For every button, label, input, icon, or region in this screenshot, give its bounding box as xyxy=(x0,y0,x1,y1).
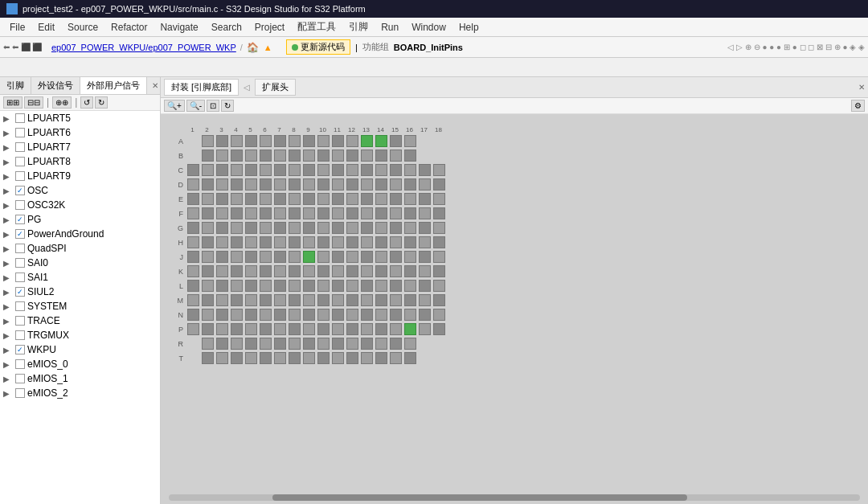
chip-pin[interactable] xyxy=(289,236,301,248)
chip-pin[interactable] xyxy=(289,222,301,234)
tree-checkbox[interactable] xyxy=(15,229,25,239)
chip-pin[interactable] xyxy=(317,193,330,205)
chip-pin[interactable] xyxy=(303,207,315,219)
chip-pin[interactable] xyxy=(346,135,358,147)
chip-pin[interactable] xyxy=(260,135,272,147)
chip-pin[interactable] xyxy=(361,309,373,321)
chip-pin[interactable] xyxy=(419,352,431,364)
chip-pin[interactable] xyxy=(202,207,214,219)
chip-pin[interactable] xyxy=(289,150,301,162)
chip-pin[interactable] xyxy=(346,150,358,162)
chip-pin[interactable] xyxy=(419,178,431,191)
chip-pin[interactable] xyxy=(260,265,272,277)
chip-pin[interactable] xyxy=(245,323,257,335)
chip-pin[interactable] xyxy=(346,251,358,263)
menu-window[interactable]: Window xyxy=(405,20,452,35)
chip-pin[interactable] xyxy=(303,178,315,191)
tree-checkbox[interactable] xyxy=(15,200,25,210)
chip-pin[interactable] xyxy=(332,280,344,292)
chip-pin[interactable] xyxy=(346,164,358,176)
chip-pin[interactable] xyxy=(361,265,373,277)
chip-pin[interactable] xyxy=(317,236,330,248)
collapse-all-btn[interactable]: ⊟⊟ xyxy=(24,96,43,109)
chip-pin[interactable] xyxy=(260,207,272,219)
chip-pin[interactable] xyxy=(289,323,301,335)
chip-pin[interactable] xyxy=(390,150,402,162)
tree-checkbox[interactable] xyxy=(15,186,25,195)
chip-pin[interactable] xyxy=(289,251,301,263)
tree-item[interactable]: ▶LPUART8 xyxy=(0,154,160,169)
fit-btn[interactable]: ⊡ xyxy=(207,100,219,112)
chip-pin[interactable] xyxy=(433,294,445,306)
chip-pin[interactable] xyxy=(274,251,286,263)
tree-item[interactable]: ▶SIUL2 xyxy=(0,285,160,299)
chip-pin[interactable] xyxy=(187,251,199,263)
chip-pin[interactable] xyxy=(433,135,445,147)
chip-pin[interactable] xyxy=(187,178,199,191)
tree-item[interactable]: ▶LPUART7 xyxy=(0,140,160,154)
chip-pin[interactable] xyxy=(187,207,199,219)
chip-pin[interactable] xyxy=(404,280,416,292)
tree-item[interactable]: ▶OSC32K xyxy=(0,198,160,212)
chip-pin[interactable] xyxy=(231,150,243,162)
chip-pin[interactable] xyxy=(433,338,445,350)
tree-checkbox[interactable] xyxy=(15,113,25,123)
chip-pin[interactable] xyxy=(202,135,214,147)
chip-pin[interactable] xyxy=(419,164,431,176)
chip-pin[interactable] xyxy=(390,294,402,306)
chip-pin[interactable] xyxy=(390,236,402,248)
chip-pin[interactable] xyxy=(419,251,431,263)
chip-pin[interactable] xyxy=(245,178,257,191)
chip-settings-btn[interactable]: ⚙ xyxy=(851,100,865,112)
lpanel-tab-peripheral[interactable]: 外设信号 xyxy=(31,77,80,94)
chip-pin[interactable] xyxy=(419,222,431,234)
chip-pin[interactable] xyxy=(419,294,431,306)
update-source-btn[interactable]: 更新源代码 xyxy=(286,39,350,55)
chip-pin[interactable] xyxy=(317,222,330,234)
chip-pin[interactable] xyxy=(289,265,301,277)
chip-pin[interactable] xyxy=(433,323,445,335)
chip-pin[interactable] xyxy=(317,207,330,219)
chip-pin[interactable] xyxy=(332,164,344,176)
chip-pin[interactable] xyxy=(390,251,402,263)
chip-pin[interactable] xyxy=(202,178,214,191)
chip-pin[interactable] xyxy=(375,323,387,335)
tree-checkbox[interactable] xyxy=(15,244,25,253)
chip-pin[interactable] xyxy=(216,135,228,147)
chip-pin[interactable] xyxy=(231,178,243,191)
chip-pin[interactable] xyxy=(433,265,445,277)
chip-pin[interactable] xyxy=(260,294,272,306)
tree-item[interactable]: ▶LPUART9 xyxy=(0,169,160,183)
chip-pin[interactable] xyxy=(202,294,214,306)
chip-pin[interactable] xyxy=(303,338,315,350)
menu-search[interactable]: Search xyxy=(205,20,248,35)
chip-pin[interactable] xyxy=(187,164,199,176)
chip-pin[interactable] xyxy=(433,309,445,321)
chip-pin[interactable] xyxy=(202,280,214,292)
chip-pin[interactable] xyxy=(245,150,257,162)
chip-pin[interactable] xyxy=(317,352,330,364)
chip-pin[interactable] xyxy=(404,309,416,321)
chip-pin[interactable] xyxy=(187,352,199,364)
chip-pin[interactable] xyxy=(361,150,373,162)
chip-pin[interactable] xyxy=(390,323,402,335)
chip-pin[interactable] xyxy=(216,251,228,263)
chip-pin[interactable] xyxy=(187,135,199,147)
chip-pin[interactable] xyxy=(346,294,358,306)
chip-pin[interactable] xyxy=(303,352,315,364)
chip-pin[interactable] xyxy=(202,251,214,263)
chip-pin[interactable] xyxy=(274,164,286,176)
tree-item[interactable]: ▶eMIOS_1 xyxy=(0,371,160,386)
tree-item[interactable]: ▶eMIOS_0 xyxy=(0,357,160,371)
chip-pin[interactable] xyxy=(419,309,431,321)
chip-pin[interactable] xyxy=(433,352,445,364)
tree-checkbox[interactable] xyxy=(15,330,25,340)
chip-pin[interactable] xyxy=(303,236,315,248)
chip-pin[interactable] xyxy=(404,178,416,191)
chip-pin[interactable] xyxy=(260,280,272,292)
chip-pin[interactable] xyxy=(433,193,445,205)
chip-pin[interactable] xyxy=(245,352,257,364)
chip-pin[interactable] xyxy=(317,251,330,263)
chip-pin[interactable] xyxy=(274,178,286,191)
chip-pin[interactable] xyxy=(274,193,286,205)
